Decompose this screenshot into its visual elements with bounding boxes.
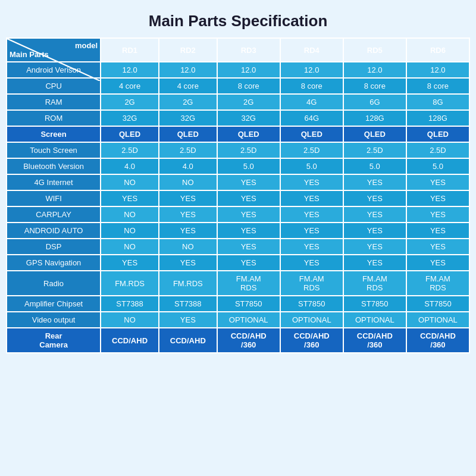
cell-value: 8 core [343, 78, 406, 94]
cell-value: NO [101, 174, 159, 190]
cell-value: YES [406, 174, 469, 190]
cell-value: QLED [217, 126, 280, 142]
cell-value: YES [159, 255, 217, 271]
cell-value: NO [101, 206, 159, 223]
row-label: GPS Navigation [7, 255, 101, 271]
cell-value: YES [343, 239, 406, 255]
cell-value: YES [280, 255, 343, 271]
row-label: Touch Screen [7, 142, 101, 158]
corner-parts-label: Main Parts [10, 50, 98, 59]
table-row: ScreenQLEDQLEDQLEDQLEDQLEDQLED [7, 126, 469, 142]
cell-value: CCD/AHD /360 [217, 328, 280, 353]
row-label: CPU [7, 78, 101, 94]
cell-value: YES [343, 190, 406, 206]
cell-value: YES [217, 239, 280, 255]
row-label: Android Verison [7, 62, 101, 78]
cell-value: FM.AM RDS [343, 271, 406, 296]
row-label: 4G Internet [7, 174, 101, 190]
cell-value: ST7850 [280, 296, 343, 312]
table-row: GPS NavigationYESYESYESYESYESYES [7, 255, 469, 271]
col-rd3: RD3 [217, 38, 280, 62]
cell-value: YES [406, 239, 469, 255]
cell-value: FM.AM RDS [217, 271, 280, 296]
cell-value: 4.0 [101, 158, 159, 174]
cell-value: ST7850 [343, 296, 406, 312]
col-rd1: RD1 [101, 38, 159, 62]
cell-value: 8 core [217, 78, 280, 94]
cell-value: ST7388 [159, 296, 217, 312]
cell-value: FM.RDS [159, 271, 217, 296]
cell-value: NO [159, 174, 217, 190]
cell-value: YES [217, 206, 280, 223]
corner-model-label: model [10, 41, 98, 50]
cell-value: OPTIONAL [280, 312, 343, 328]
col-rd2: RD2 [159, 38, 217, 62]
page-title: Main Parts Specification [149, 12, 328, 30]
table-row: Touch Screen2.5D2.5D2.5D2.5D2.5D2.5D [7, 142, 469, 158]
cell-value: 8 core [406, 78, 469, 94]
cell-value: CCD/AHD [159, 328, 217, 353]
cell-value: YES [159, 190, 217, 206]
col-rd4: RD4 [280, 38, 343, 62]
cell-value: 2G [217, 94, 280, 110]
cell-value: YES [343, 174, 406, 190]
cell-value: 2.5D [101, 142, 159, 158]
cell-value: CCD/AHD [101, 328, 159, 353]
cell-value: YES [406, 255, 469, 271]
row-label: RAM [7, 94, 101, 110]
cell-value: 12.0 [217, 62, 280, 78]
cell-value: 12.0 [343, 62, 406, 78]
cell-value: 5.0 [217, 158, 280, 174]
cell-value: 12.0 [159, 62, 217, 78]
cell-value: YES [280, 239, 343, 255]
cell-value: ST7850 [406, 296, 469, 312]
row-label: Screen [7, 126, 101, 142]
cell-value: YES [217, 223, 280, 239]
cell-value: 2.5D [343, 142, 406, 158]
cell-value: 128G [343, 110, 406, 126]
cell-value: 32G [217, 110, 280, 126]
row-label: WIFI [7, 190, 101, 206]
table-row: DSPNONOYESYESYESYES [7, 239, 469, 255]
cell-value: 12.0 [406, 62, 469, 78]
cell-value: YES [406, 223, 469, 239]
cell-value: YES [280, 223, 343, 239]
cell-value: FM.AM RDS [406, 271, 469, 296]
cell-value: 2.5D [280, 142, 343, 158]
cell-value: NO [101, 312, 159, 328]
cell-value: YES [159, 223, 217, 239]
cell-value: OPTIONAL [406, 312, 469, 328]
cell-value: 8 core [280, 78, 343, 94]
cell-value: 4.0 [159, 158, 217, 174]
header-row: model Main Parts RD1 RD2 RD3 RD4 RD5 RD6 [7, 38, 469, 62]
row-label: Amplifier Chipset [7, 296, 101, 312]
spec-table-wrapper: model Main Parts RD1 RD2 RD3 RD4 RD5 RD6… [6, 37, 470, 353]
cell-value: 2.5D [217, 142, 280, 158]
row-label: ANDROID AUTO [7, 223, 101, 239]
row-label: Rear Camera [7, 328, 101, 353]
table-row: CPU4 core4 core8 core8 core8 core8 core [7, 78, 469, 94]
cell-value: YES [280, 206, 343, 223]
cell-value: YES [343, 223, 406, 239]
cell-value: YES [280, 190, 343, 206]
cell-value: YES [280, 174, 343, 190]
cell-value: 6G [343, 94, 406, 110]
cell-value: FM.AM RDS [280, 271, 343, 296]
cell-value: QLED [159, 126, 217, 142]
spec-table: model Main Parts RD1 RD2 RD3 RD4 RD5 RD6… [6, 37, 470, 353]
cell-value: ST7850 [217, 296, 280, 312]
table-row: RAM2G2G2G4G6G8G [7, 94, 469, 110]
cell-value: 5.0 [406, 158, 469, 174]
cell-value: YES [101, 190, 159, 206]
table-row: ROM32G32G32G64G128G128G [7, 110, 469, 126]
table-row: CARPLAYNOYESYESYESYESYES [7, 206, 469, 223]
cell-value: FM.RDS [101, 271, 159, 296]
cell-value: YES [217, 190, 280, 206]
col-rd5: RD5 [343, 38, 406, 62]
cell-value: 4 core [159, 78, 217, 94]
cell-value: 2G [159, 94, 217, 110]
cell-value: QLED [406, 126, 469, 142]
cell-value: YES [406, 190, 469, 206]
table-row: Rear CameraCCD/AHDCCD/AHDCCD/AHD /360CCD… [7, 328, 469, 353]
cell-value: 32G [159, 110, 217, 126]
